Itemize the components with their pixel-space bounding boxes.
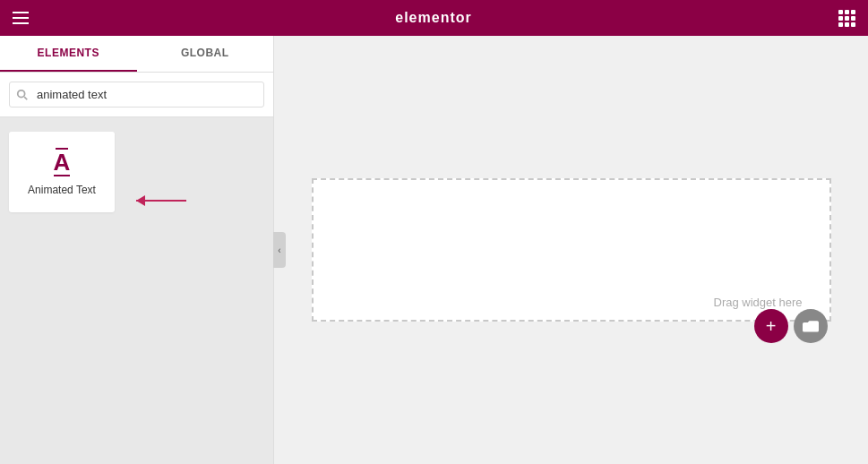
app-title: elementor: [395, 10, 471, 26]
drag-hint: Drag widget here: [714, 296, 803, 309]
search-input[interactable]: [9, 82, 264, 107]
tab-elements[interactable]: ELEMENTS: [0, 36, 137, 72]
sidebar-tabs: ELEMENTS GLOBAL: [0, 36, 273, 73]
canvas-action-buttons: +: [754, 309, 828, 343]
canvas-drop-zone[interactable]: Drag widget here: [312, 178, 831, 322]
widgets-area: A Animated Text: [0, 117, 273, 464]
widget-animated-text[interactable]: A Animated Text: [9, 132, 115, 212]
add-widget-button[interactable]: +: [754, 309, 788, 343]
top-bar: elementor: [0, 0, 868, 36]
tab-global[interactable]: GLOBAL: [137, 36, 274, 72]
widget-label-animated-text: Animated Text: [28, 184, 96, 196]
canvas-container: Drag widget here +: [312, 178, 831, 322]
folder-button[interactable]: [794, 309, 828, 343]
sidebar-collapse-handle[interactable]: ‹: [273, 232, 286, 268]
search-icon: [16, 89, 29, 101]
svg-line-1: [24, 97, 27, 99]
search-input-wrap: [9, 82, 264, 107]
search-bar: [0, 73, 273, 117]
grid-apps-icon[interactable]: [838, 10, 855, 27]
hamburger-menu-icon[interactable]: [13, 12, 29, 24]
add-icon: +: [766, 316, 777, 337]
sidebar: ELEMENTS GLOBAL A Animated Text: [0, 36, 274, 464]
folder-icon: [803, 319, 819, 333]
animated-text-icon: A: [54, 148, 71, 176]
main-layout: ELEMENTS GLOBAL A Animated Text: [0, 36, 868, 464]
svg-point-0: [18, 90, 25, 97]
canvas-area: Drag widget here +: [274, 36, 868, 464]
